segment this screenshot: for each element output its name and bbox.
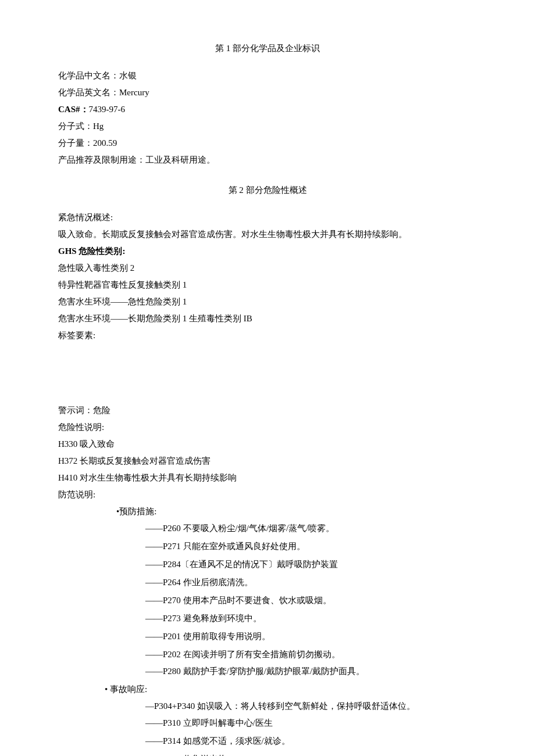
prevention-item-4: ——P270 使用本产品时不要进食、饮水或吸烟。 (145, 593, 477, 608)
signal-word: 警示词：危险 (58, 403, 477, 418)
name-en-line: 化学品英文名：Mercury (58, 85, 477, 101)
precaution-label: 防范说明: (58, 487, 477, 503)
pictogram-gap (58, 345, 477, 403)
cas-line: CAS#：7439-97-6 (58, 102, 477, 117)
ghs-item-1: 特异性靶器官毒性反复接触类别 1 (58, 277, 477, 293)
emergency-label: 紧急情况概述: (58, 210, 477, 225)
emergency-text: 吸入致命。长期或反复接触会对器官造成伤害。对水生生物毒性极大并具有长期持续影响。 (58, 227, 477, 242)
prevention-item-2: ——P284〔在通风不足的情况下〕戴呼吸防护装置 (145, 557, 477, 572)
label-elements: 标签要素: (58, 328, 477, 343)
section1-block: 化学品中文名：水银 化学品英文名：Mercury CAS#：7439-97-6 … (58, 68, 477, 168)
name-cn-line: 化学品中文名：水银 (58, 68, 477, 84)
hazard-label: 危险性说明: (58, 420, 477, 435)
prevention-item-8: ——P280 戴防护手套/穿防护服/戴防护眼罩/戴防护面具。 (145, 664, 477, 679)
mw-value: 200.59 (93, 138, 117, 148)
response-item-1: ——P310 立即呼叫解毒中心/医生 (145, 715, 477, 731)
section2-title: 第 2 部分危险性概述 (58, 182, 477, 198)
response-header: • 事故响应: (105, 682, 477, 697)
cas-label: CAS#： (58, 105, 89, 114)
formula-value: Hg (93, 121, 104, 131)
prevention-item-1: ——P271 只能在室外或通风良好处使用。 (145, 539, 477, 554)
prevention-item-5: ——P273 避免释放到环境中。 (145, 611, 477, 626)
prevention-item-0: ——P260 不要吸入粉尘/烟/气体/烟雾/蒸气/喷雾。 (145, 521, 477, 536)
name-cn-value: 水银 (119, 71, 137, 80)
use-line: 产品推荐及限制用途：工业及科研用途。 (58, 152, 477, 168)
section1-title: 第 1 部分化学品及企业标识 (58, 41, 477, 56)
response-item-3: ——P391 收集溢出物。 (145, 751, 477, 756)
formula-line: 分子式：Hg (58, 119, 477, 134)
name-en-label: 化学品英文名： (58, 88, 119, 97)
prevention-header: •预防措施: (116, 504, 477, 519)
name-en-value: Mercury (119, 88, 149, 97)
prevention-item-3: ——P264 作业后彻底清洗。 (145, 575, 477, 590)
ghs-item-0: 急性吸入毒性类别 2 (58, 260, 477, 276)
hazard-item-0: H330 吸入致命 (58, 436, 477, 452)
formula-label: 分子式： (58, 121, 93, 131)
ghs-item-2: 危害水生环境——急性危险类别 1 (58, 294, 477, 310)
response-item-0: —P304+P340 如误吸入：将人转移到空气新鲜处，保持呼吸舒适体位。 (145, 698, 477, 714)
mw-line: 分子量：200.59 (58, 135, 477, 151)
section2-block: 紧急情况概述: 吸入致命。长期或反复接触会对器官造成伤害。对水生生物毒性极大并具… (58, 210, 477, 756)
ghs-label: GHS 危险性类别: (58, 243, 477, 259)
cas-value: 7439-97-6 (89, 105, 126, 114)
use-value: 工业及科研用途。 (145, 155, 215, 164)
response-item-2: ——P314 如感觉不适，须求医/就诊。 (145, 733, 477, 749)
prevention-item-6: ——P201 使用前取得专用说明。 (145, 629, 477, 644)
hazard-item-2: H410 对水生生物毒性极大并具有长期持续影响 (58, 470, 477, 486)
ghs-item-3: 危害水生环境——长期危险类别 1 生殖毒性类别 IB (58, 311, 477, 327)
use-label: 产品推荐及限制用途： (58, 155, 145, 164)
hazard-item-1: H372 长期或反复接触会对器官造成伤害 (58, 453, 477, 469)
name-cn-label: 化学品中文名： (58, 71, 119, 80)
mw-label: 分子量： (58, 138, 93, 148)
prevention-item-7: ——P202 在阅读并明了所有安全措施前切勿搬动。 (145, 647, 477, 662)
